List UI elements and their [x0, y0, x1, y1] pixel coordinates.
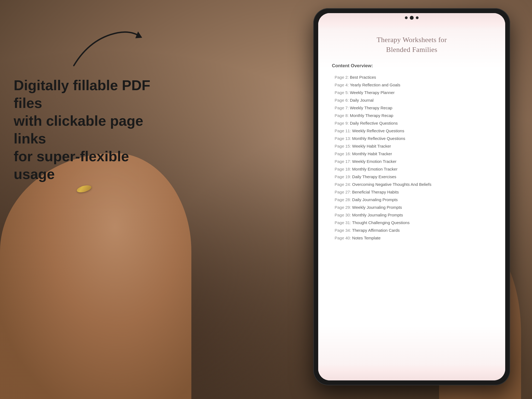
toc-page-title: Weekly Reflective Questions — [352, 128, 404, 133]
toc-page-label: Page 31: — [335, 220, 351, 225]
toc-item: Page 6:Daily Journal — [329, 96, 494, 104]
toc-item: Page 11:Weekly Reflective Questions — [329, 127, 494, 135]
toc-page-label: Page 2: — [335, 75, 349, 80]
toc-item: Page 8:Monthly Therapy Recap — [329, 112, 494, 119]
toc-page-title: Beneficial Therapy Habits — [352, 190, 399, 194]
toc-page-label: Page 9: — [335, 121, 349, 125]
toc-page-label: Page 19: — [335, 174, 351, 179]
toc-page-label: Page 18: — [335, 167, 351, 171]
toc-page-title: Weekly Therapy Planner — [350, 90, 395, 95]
toc-item: Page 29:Weekly Journaling Prompts — [329, 204, 494, 211]
toc-item: Page 27:Beneficial Therapy Habits — [329, 188, 494, 196]
toc-page-title: Weekly Journaling Prompts — [352, 205, 402, 210]
toc-page-title: Daily Journaling Prompts — [352, 197, 398, 202]
toc-item: Page 16:Monthly Habit Tracker — [329, 150, 494, 158]
toc-page-title: Weekly Habit Tracker — [352, 144, 391, 148]
toc-page-title: Monthly Journaling Prompts — [352, 213, 403, 217]
toc-item: Page 31:Thought Challenging Questions — [329, 219, 494, 227]
camera-dot-right — [416, 16, 419, 19]
toc-page-title: Monthly Reflective Questions — [352, 136, 405, 141]
toc-page-title: Daily Reflective Questions — [350, 121, 398, 125]
toc-page-label: Page 11: — [335, 128, 351, 133]
toc-item: Page 34:Therapy Affirmation Cards — [329, 227, 494, 234]
toc-item: Page 5:Weekly Therapy Planner — [329, 89, 494, 96]
toc-page-label: Page 30: — [335, 213, 351, 217]
toc-page-label: Page 16: — [335, 151, 351, 156]
toc-item: Page 2:Best Practices — [329, 74, 494, 81]
toc-item: Page 9:Daily Reflective Questions — [329, 119, 494, 127]
toc-page-label: Page 29: — [335, 205, 351, 210]
hand-left — [0, 153, 191, 399]
arrow-icon — [68, 22, 150, 77]
pdf-content-overview-label: Content Overview: — [329, 63, 494, 69]
promo-text: Digitally fillable PDF files with clicka… — [14, 77, 156, 183]
toc-item: Page 19:Daily Therapy Exercises — [329, 173, 494, 181]
pdf-title: Therapy Worksheets for Blended Families — [329, 35, 494, 55]
toc-page-title: Monthly Therapy Recap — [350, 113, 393, 118]
toc-item: Page 7:Weekly Therapy Recap — [329, 104, 494, 112]
toc-page-label: Page 6: — [335, 98, 349, 102]
toc-page-title: Best Practices — [350, 75, 376, 80]
toc-page-label: Page 24: — [335, 182, 351, 187]
camera-dot-left — [405, 16, 408, 19]
toc-page-title: Therapy Affirmation Cards — [352, 228, 400, 233]
toc-page-title: Thought Challenging Questions — [352, 220, 410, 225]
ring-left — [76, 184, 92, 193]
toc-page-title: Daily Therapy Exercises — [352, 174, 396, 179]
toc-page-label: Page 28: — [335, 197, 351, 202]
tablet-screen: Therapy Worksheets for Blended Families … — [318, 13, 505, 380]
toc-item: Page 17:Weekly Emotion Tracker — [329, 158, 494, 165]
tablet: Therapy Worksheets for Blended Families … — [313, 8, 510, 385]
toc-page-title: Weekly Emotion Tracker — [352, 159, 396, 164]
toc-item: Page 40:Notes Template — [329, 234, 494, 242]
toc-page-title: Notes Template — [352, 236, 381, 240]
toc-page-label: Page 8: — [335, 113, 349, 118]
toc-page-title: Daily Journal — [350, 98, 374, 102]
toc-page-label: Page 4: — [335, 83, 349, 87]
promo-line2: with clickable page links — [14, 113, 143, 146]
arrow-container — [68, 22, 150, 77]
toc-item: Page 24:Overcoming Negative Thoughts And… — [329, 181, 494, 188]
tablet-outer: Therapy Worksheets for Blended Families … — [313, 8, 510, 385]
toc-page-title: Monthly Emotion Tracker — [352, 167, 397, 171]
toc-page-label: Page 15: — [335, 144, 351, 148]
pdf-toc: Page 2:Best PracticesPage 4:Yearly Refle… — [329, 74, 494, 242]
pdf-title-line2: Blended Families — [386, 46, 437, 54]
toc-page-label: Page 7: — [335, 105, 349, 110]
promo-line3: for super-flexible usage — [14, 148, 129, 182]
toc-page-title: Overcoming Negative Thoughts And Beliefs — [352, 182, 431, 187]
toc-page-title: Yearly Reflection and Goals — [350, 83, 401, 87]
toc-item: Page 15:Weekly Habit Tracker — [329, 142, 494, 150]
toc-page-title: Weekly Therapy Recap — [350, 105, 392, 110]
toc-page-label: Page 13: — [335, 136, 351, 141]
toc-item: Page 4:Yearly Reflection and Goals — [329, 81, 494, 89]
toc-page-title: Monthly Habit Tracker — [352, 151, 392, 156]
toc-item: Page 28:Daily Journaling Prompts — [329, 196, 494, 204]
toc-item: Page 30:Monthly Journaling Prompts — [329, 211, 494, 219]
promo-line1: Digitally fillable PDF files — [14, 77, 150, 111]
toc-page-label: Page 17: — [335, 159, 351, 164]
toc-page-label: Page 34: — [335, 228, 351, 233]
toc-page-label: Page 27: — [335, 190, 351, 194]
pdf-title-line1: Therapy Worksheets for — [377, 36, 447, 44]
toc-item: Page 13:Monthly Reflective Questions — [329, 135, 494, 142]
tablet-camera — [405, 16, 419, 20]
toc-page-label: Page 40: — [335, 236, 351, 240]
camera-dot-main — [410, 16, 414, 20]
toc-page-label: Page 5: — [335, 90, 349, 95]
toc-item: Page 18:Monthly Emotion Tracker — [329, 165, 494, 173]
pdf-page: Therapy Worksheets for Blended Families … — [318, 13, 505, 380]
